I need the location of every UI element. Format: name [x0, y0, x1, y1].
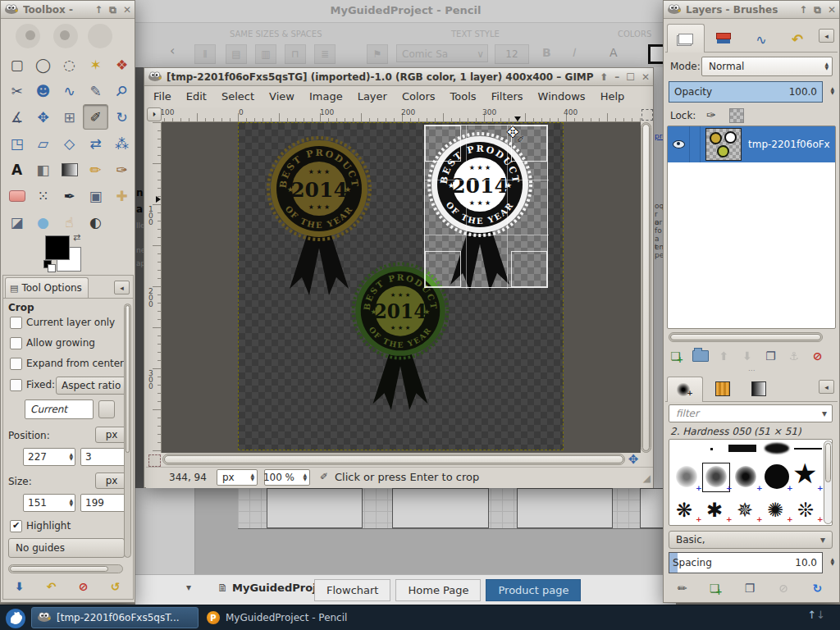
- tab-gradients[interactable]: [742, 378, 775, 399]
- tool-fuzzy-select[interactable]: ✶: [83, 52, 108, 77]
- tool-clone[interactable]: ▣: [83, 183, 108, 208]
- taskbar-item-gimp[interactable]: [tmp-2201f06oFxs5qsT...: [31, 607, 199, 628]
- checkbox-expand-from-center[interactable]: [10, 358, 22, 370]
- layer-visible-icon[interactable]: [673, 140, 685, 148]
- tab-undo-history[interactable]: ↶: [780, 27, 815, 52]
- font-family-select[interactable]: Comic Sa ∨: [396, 44, 488, 62]
- anchor-layer-button[interactable]: ⚓: [783, 346, 805, 366]
- brush-item[interactable]: ❋: [676, 499, 692, 522]
- applications-menu-button[interactable]: [3, 607, 28, 629]
- canvas-viewport[interactable]: BEST PRODUCTOF THE YEAR2014★ ★ ★★ ★ ★★★B…: [162, 122, 641, 453]
- crop-handle-nw[interactable]: [425, 126, 461, 162]
- close-button[interactable]: ✕: [641, 71, 650, 83]
- close-button[interactable]: ✕: [828, 4, 836, 16]
- brush-item[interactable]: [765, 464, 789, 489]
- wireframe-shape[interactable]: [517, 488, 613, 528]
- taskbar-item-pencil[interactable]: P MyGuidedProject - Pencil: [202, 607, 376, 628]
- brush-item[interactable]: ★: [792, 459, 817, 487]
- tool-ink[interactable]: ✒: [57, 183, 82, 208]
- tool-rectangle-select[interactable]: ▢: [4, 52, 30, 77]
- align-icon[interactable]: ⫴: [194, 44, 216, 64]
- brush-item[interactable]: [710, 448, 713, 450]
- duplicate-brush-button[interactable]: ❐: [739, 578, 760, 598]
- gimp-titlebar[interactable]: [tmp-2201f06oFxs5qsTG] (imported)-1.0 (R…: [144, 68, 653, 86]
- brush-item[interactable]: [735, 466, 756, 487]
- menu-file[interactable]: File: [146, 89, 179, 104]
- brush-item[interactable]: ✵: [737, 499, 753, 522]
- tab-patterns[interactable]: [706, 378, 739, 399]
- tool-scissors-select[interactable]: ✂: [4, 78, 30, 103]
- lock-paint-icon[interactable]: ✑: [706, 108, 716, 121]
- bold-button[interactable]: B: [542, 46, 551, 59]
- text-color-button[interactable]: A: [609, 46, 618, 59]
- font-size-field[interactable]: 12: [495, 44, 529, 64]
- spacing-slider[interactable]: Spacing 10.0: [669, 552, 823, 573]
- brush-item[interactable]: ✺: [767, 499, 783, 522]
- resize-grip[interactable]: ◢: [643, 472, 651, 484]
- fixed-checkbox[interactable]: [10, 379, 22, 391]
- dock-menu-button[interactable]: ◂: [819, 29, 834, 43]
- maximize-button[interactable]: ☐: [626, 71, 635, 83]
- tool-free-select[interactable]: ◌: [57, 52, 82, 77]
- tool-move[interactable]: ✥: [30, 104, 56, 130]
- tool-select-by-color[interactable]: ❖: [109, 52, 135, 77]
- delete-options-button[interactable]: ⊘: [73, 577, 94, 596]
- navigation-button[interactable]: ✥: [627, 453, 640, 466]
- tool-shear[interactable]: ▱: [30, 130, 56, 156]
- horizontal-ruler[interactable]: -1000100200300400: [162, 107, 641, 122]
- brush-grid[interactable]: ★+++++❋✱✵✺❊+++++: [669, 439, 833, 526]
- pencil-tab-flowchart[interactable]: Flowchart: [314, 579, 390, 601]
- swap-colors-icon[interactable]: ⇄: [73, 232, 80, 243]
- tool-color-picker[interactable]: ✎: [83, 78, 108, 103]
- maximize-button[interactable]: ⧉: [109, 4, 116, 16]
- menu-select[interactable]: Select: [214, 89, 262, 104]
- tool-text[interactable]: A: [4, 157, 30, 182]
- tool-dodge-burn[interactable]: ◐: [83, 209, 108, 235]
- tool-eraser[interactable]: [4, 183, 30, 208]
- save-options-button[interactable]: ⬇: [9, 577, 30, 596]
- brush-filter-input[interactable]: filter ▾: [669, 404, 833, 422]
- wireframe-shape[interactable]: [267, 488, 363, 528]
- layers-titlebar[interactable]: Layers - Brushes ↑⧉✕: [664, 1, 839, 19]
- spacing-spinner[interactable]: ▲▼: [830, 557, 834, 565]
- tab-brushes[interactable]: +: [667, 377, 703, 402]
- new-group-button[interactable]: [690, 346, 711, 366]
- brush-group-select[interactable]: Basic, ▾: [669, 531, 833, 549]
- foreground-color-swatch[interactable]: [45, 235, 70, 260]
- lower-layer-button[interactable]: ⬇: [737, 346, 758, 366]
- fixed-mode-select[interactable]: Aspect ratio: [56, 377, 131, 395]
- paragraph-icon[interactable]: ⚑: [367, 44, 388, 64]
- list-icon[interactable]: ≣: [314, 44, 336, 64]
- crop-selection[interactable]: [424, 125, 548, 288]
- tool-zoom[interactable]: ⚲: [109, 78, 135, 103]
- dock-menu-button[interactable]: ◂: [114, 281, 130, 294]
- italic-button[interactable]: I: [572, 46, 575, 59]
- brush-item[interactable]: ✱: [706, 499, 723, 522]
- highlight-checkbox[interactable]: ✔: [10, 520, 22, 532]
- raise-layer-button[interactable]: ⬆: [713, 346, 734, 366]
- zoom-select[interactable]: 100 % ▲▼: [264, 469, 310, 486]
- shade-button[interactable]: ↑: [94, 4, 103, 16]
- menu-image[interactable]: Image: [302, 89, 350, 104]
- collapse-toolbar-icon[interactable]: ‹: [170, 43, 175, 58]
- resize-on-zoom-icon[interactable]: [641, 109, 653, 121]
- tool-options-tab[interactable]: ▤ Tool Options: [5, 277, 89, 298]
- brush-item[interactable]: [676, 466, 697, 487]
- tool-perspective-clone[interactable]: ◪: [4, 209, 30, 235]
- tool-gradient[interactable]: [57, 157, 82, 182]
- wireframe-shape[interactable]: [392, 488, 489, 528]
- tool-perspective[interactable]: ◇: [57, 130, 82, 156]
- tool-measure[interactable]: ∡: [4, 104, 30, 130]
- tool-smudge[interactable]: ☝: [57, 209, 82, 235]
- brush-item[interactable]: ❊: [797, 499, 814, 522]
- lock-alpha-icon[interactable]: [729, 108, 744, 123]
- duplicate-layer-button[interactable]: ❐: [760, 346, 782, 366]
- menu-colors[interactable]: Colors: [395, 89, 443, 104]
- restore-options-button[interactable]: ↶: [41, 577, 62, 596]
- tab-layers[interactable]: [667, 24, 705, 52]
- refresh-brushes-button[interactable]: ↻: [806, 578, 828, 598]
- tool-paintbrush[interactable]: ✑: [109, 157, 135, 182]
- tool-ellipse-select[interactable]: ◯: [30, 52, 56, 77]
- mode-select[interactable]: Normal ▲▼: [701, 57, 833, 76]
- tool-paths[interactable]: ∿: [57, 78, 82, 103]
